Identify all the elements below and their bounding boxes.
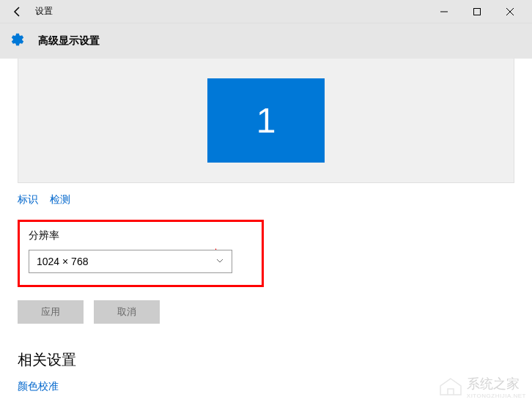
resolution-label: 分辨率 xyxy=(29,229,253,242)
gear-icon xyxy=(10,32,25,50)
svg-rect-1 xyxy=(473,8,480,15)
apply-button[interactable]: 应用 xyxy=(18,300,84,324)
detect-link[interactable]: 检测 xyxy=(50,193,70,207)
display-links: 标识 检测 xyxy=(18,193,514,207)
arrow-left-icon xyxy=(12,6,23,18)
monitor-number: 1 xyxy=(256,100,276,141)
back-button[interactable] xyxy=(6,0,29,23)
page-header: 高级显示设置 xyxy=(0,23,532,59)
window-title: 设置 xyxy=(35,5,53,18)
house-icon xyxy=(437,376,464,399)
minimize-icon xyxy=(440,8,448,15)
content-area: 1 标识 检测 ➤ 分辨率 1024 × 768 应用 取消 相关设置 颜色校准 xyxy=(0,59,532,405)
watermark-text: 系统之家 xyxy=(467,376,520,391)
page-title: 高级显示设置 xyxy=(38,34,100,48)
monitor-1[interactable]: 1 xyxy=(207,78,325,163)
action-buttons: 应用 取消 xyxy=(18,300,514,324)
maximize-button[interactable] xyxy=(460,0,493,23)
resolution-value: 1024 × 768 xyxy=(37,256,88,267)
close-icon xyxy=(506,8,514,15)
resolution-highlight: ➤ 分辨率 1024 × 768 xyxy=(18,220,264,287)
identify-link[interactable]: 标识 xyxy=(18,193,38,207)
related-settings-heading: 相关设置 xyxy=(18,350,514,370)
titlebar: 设置 xyxy=(0,0,532,23)
display-preview: 1 xyxy=(18,59,514,183)
window-controls xyxy=(427,0,526,23)
maximize-icon xyxy=(473,8,481,15)
chevron-down-icon xyxy=(215,255,224,268)
watermark-subtext: XITONGZHIJIA.NET xyxy=(467,393,526,399)
watermark: 系统之家 XITONGZHIJIA.NET xyxy=(437,375,526,399)
resolution-dropdown[interactable]: 1024 × 768 xyxy=(29,250,232,273)
minimize-button[interactable] xyxy=(427,0,460,23)
cancel-button[interactable]: 取消 xyxy=(94,300,160,324)
close-button[interactable] xyxy=(493,0,526,23)
